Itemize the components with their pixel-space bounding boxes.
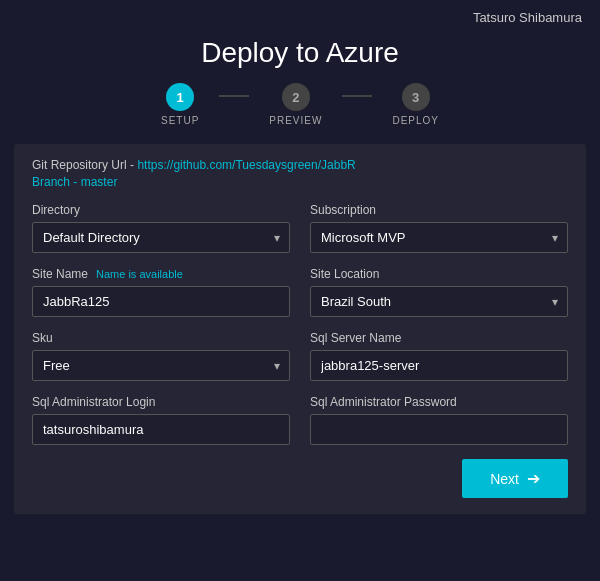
branch-value: master <box>81 175 118 189</box>
branch-label: Branch - <box>32 175 77 189</box>
repo-label: Git Repository Url - <box>32 158 134 172</box>
step-1-circle: 1 <box>166 83 194 111</box>
sql-admin-login-label: Sql Administrator Login <box>32 395 290 409</box>
site-name-label: Site Name Name is available <box>32 267 290 281</box>
step-connector-2 <box>342 95 372 97</box>
site-location-group: Site Location Brazil South <box>310 267 568 317</box>
sql-server-label: Sql Server Name <box>310 331 568 345</box>
site-location-select-wrapper: Brazil South <box>310 286 568 317</box>
directory-group: Directory Default Directory <box>32 203 290 253</box>
header: Deploy to Azure 1 SETUP 2 PREVIEW 3 DEPL… <box>0 31 600 144</box>
next-button[interactable]: Next ➔ <box>462 459 568 498</box>
page-title: Deploy to Azure <box>0 37 600 69</box>
sql-server-group: Sql Server Name <box>310 331 568 381</box>
sku-label: Sku <box>32 331 290 345</box>
subscription-label: Subscription <box>310 203 568 217</box>
subscription-group: Subscription Microsoft MVP <box>310 203 568 253</box>
sku-group: Sku Free <box>32 331 290 381</box>
step-2-label: PREVIEW <box>269 115 322 126</box>
step-2-circle: 2 <box>282 83 310 111</box>
sql-admin-login-group: Sql Administrator Login <box>32 395 290 445</box>
top-bar: Tatsuro Shibamura <box>0 0 600 31</box>
directory-select[interactable]: Default Directory <box>32 222 290 253</box>
step-2: 2 PREVIEW <box>269 83 322 126</box>
step-3: 3 DEPLOY <box>392 83 439 126</box>
sql-admin-login-input[interactable] <box>32 414 290 445</box>
sql-admin-password-group: Sql Administrator Password <box>310 395 568 445</box>
sql-server-input[interactable] <box>310 350 568 381</box>
site-name-group: Site Name Name is available <box>32 267 290 317</box>
directory-select-wrapper: Default Directory <box>32 222 290 253</box>
step-3-circle: 3 <box>402 83 430 111</box>
branch-line: Branch - master <box>32 175 568 189</box>
main-content: Git Repository Url - https://github.com/… <box>14 144 586 514</box>
site-location-select[interactable]: Brazil South <box>310 286 568 317</box>
site-name-available-badge: Name is available <box>96 268 183 280</box>
step-connector-1 <box>219 95 249 97</box>
sql-admin-password-input[interactable] <box>310 414 568 445</box>
form-grid: Directory Default Directory Subscription… <box>32 203 568 445</box>
next-label: Next <box>490 471 519 487</box>
sku-select-wrapper: Free <box>32 350 290 381</box>
site-name-input[interactable] <box>32 286 290 317</box>
footer-row: Next ➔ <box>32 459 568 498</box>
step-1: 1 SETUP <box>161 83 199 126</box>
next-arrow-icon: ➔ <box>527 469 540 488</box>
repo-url-line: Git Repository Url - https://github.com/… <box>32 158 568 172</box>
repo-url-link[interactable]: https://github.com/Tuesdaysgreen/JabbR <box>137 158 355 172</box>
subscription-select-wrapper: Microsoft MVP <box>310 222 568 253</box>
subscription-select[interactable]: Microsoft MVP <box>310 222 568 253</box>
directory-label: Directory <box>32 203 290 217</box>
sql-admin-password-label: Sql Administrator Password <box>310 395 568 409</box>
sku-select[interactable]: Free <box>32 350 290 381</box>
site-location-label: Site Location <box>310 267 568 281</box>
step-3-label: DEPLOY <box>392 115 439 126</box>
step-1-label: SETUP <box>161 115 199 126</box>
username: Tatsuro Shibamura <box>473 10 582 25</box>
